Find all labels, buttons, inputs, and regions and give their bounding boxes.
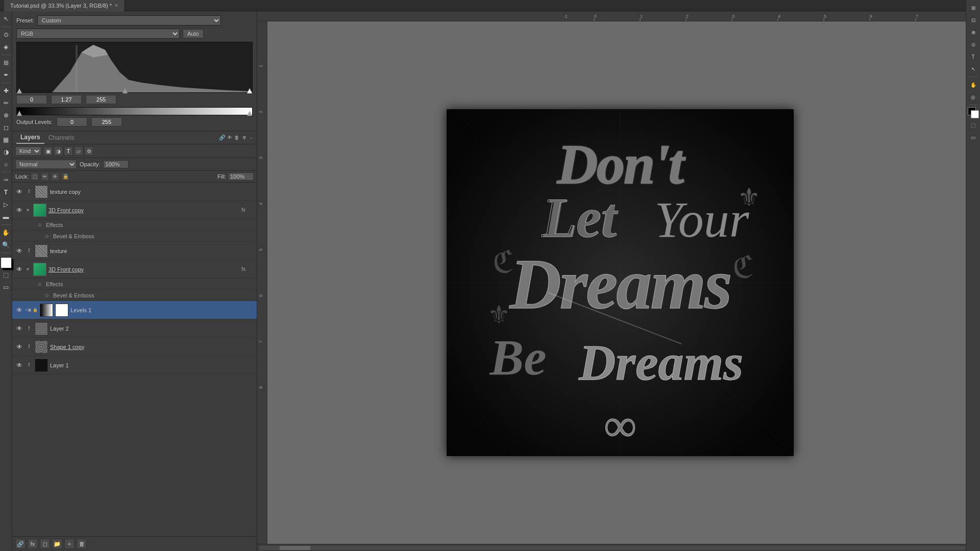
opacity-input[interactable] bbox=[103, 160, 129, 168]
output-white-value[interactable]: 255 bbox=[91, 117, 122, 127]
layer-item-texture-copy[interactable]: 👁 f texture copy bbox=[12, 183, 257, 201]
clone-tool[interactable]: ⊕ bbox=[1, 110, 12, 121]
tool-sep-5 bbox=[2, 224, 11, 225]
layers-panel-link-icon[interactable]: 🔗 bbox=[219, 135, 225, 140]
link-layers-btn[interactable]: 🔗 bbox=[15, 539, 26, 549]
right-tool-7[interactable]: ✋ bbox=[968, 79, 979, 90]
filter-adjust-icon[interactable]: ◑ bbox=[54, 146, 63, 156]
hscroll-thumb[interactable] bbox=[280, 546, 310, 550]
layer-item-shape1[interactable]: 👁 f Shape 1 copy bbox=[12, 338, 257, 356]
canvas-scroll[interactable]: Don't Don't Let Let Your Dreams Dreams bbox=[267, 21, 973, 544]
lock-move-icon[interactable]: ✛ bbox=[51, 172, 59, 181]
add-mask-btn[interactable]: ◻ bbox=[40, 539, 50, 549]
healing-tool[interactable]: ✚ bbox=[1, 85, 12, 96]
filter-shape-icon[interactable]: ▱ bbox=[74, 146, 83, 156]
filter-type-icon[interactable]: T bbox=[64, 146, 73, 156]
layer-name-3d-front-1: 3D Front copy bbox=[48, 207, 239, 213]
screen-mode-btn[interactable]: ▭ bbox=[1, 282, 12, 293]
right-tool-10[interactable]: ▭ bbox=[968, 132, 979, 143]
right-tool-9[interactable]: ⬚ bbox=[968, 119, 979, 131]
input-black-value[interactable]: 0 bbox=[16, 95, 47, 104]
gradient-tool[interactable]: ▦ bbox=[1, 134, 12, 145]
layer-visibility-3d-front-2[interactable]: 👁 bbox=[15, 265, 23, 273]
lasso-tool[interactable]: ⊙ bbox=[1, 29, 12, 40]
right-tool-4[interactable]: ⊙ bbox=[968, 39, 979, 50]
pen-tool[interactable]: ✑ bbox=[1, 174, 12, 186]
layer-expand-icon-2[interactable]: ▼ bbox=[26, 267, 30, 272]
lock-transparency-icon[interactable]: ⬚ bbox=[31, 172, 39, 181]
new-group-btn[interactable]: 📁 bbox=[52, 539, 62, 549]
ruler-left: 1 2 3 4 5 6 7 8 bbox=[257, 21, 267, 544]
right-tool-8[interactable]: ◎ bbox=[968, 91, 979, 103]
layers-panel-eye-icon[interactable]: 👁 bbox=[227, 135, 232, 140]
eyedropper-tool[interactable]: ✒ bbox=[1, 69, 12, 81]
lock-paint-icon[interactable]: ✏ bbox=[41, 172, 49, 181]
right-tool-6[interactable]: ↖ bbox=[968, 63, 979, 74]
layer-visibility-layer2[interactable]: 👁 bbox=[15, 324, 23, 333]
delete-layer-btn[interactable]: 🗑 bbox=[77, 539, 87, 549]
layer-name-texture-copy: texture copy bbox=[50, 189, 254, 195]
new-layer-btn[interactable]: + bbox=[64, 539, 75, 549]
input-mid-handle[interactable] bbox=[122, 88, 128, 93]
foreground-color-swatch[interactable] bbox=[1, 257, 12, 268]
input-mid-value[interactable]: 1.27 bbox=[51, 95, 82, 104]
type-tool[interactable]: T bbox=[1, 187, 12, 198]
layer-item-layer1[interactable]: 👁 f Layer 1 bbox=[12, 356, 257, 374]
path-selection-tool[interactable]: ▷ bbox=[1, 199, 12, 210]
dodge-tool[interactable]: ☼ bbox=[1, 159, 12, 170]
layer-visibility-shape1[interactable]: 👁 bbox=[15, 343, 23, 351]
document-tab[interactable]: Tutorial.psd @ 33.3% (Layer 3, RGB/8) * … bbox=[4, 0, 125, 11]
filter-pixel-icon[interactable]: ▣ bbox=[43, 146, 53, 156]
hand-tool[interactable]: ✋ bbox=[1, 227, 12, 238]
right-tool-5[interactable]: T bbox=[968, 51, 979, 62]
output-white-handle[interactable] bbox=[247, 111, 252, 116]
zoom-tool[interactable]: 🔍 bbox=[1, 239, 12, 251]
svg-text:Dreams: Dreams bbox=[578, 334, 743, 391]
layer-visibility-texture[interactable]: 👁 bbox=[15, 247, 23, 255]
output-black-value[interactable]: 0 bbox=[57, 117, 87, 127]
eraser-tool[interactable]: ◻ bbox=[1, 122, 12, 133]
right-tool-1[interactable]: ⊞ bbox=[968, 11, 979, 13]
right-bg-swatch[interactable] bbox=[971, 110, 979, 118]
tab-close-btn[interactable]: × bbox=[115, 3, 118, 8]
right-tool-3[interactable]: ⊗ bbox=[968, 27, 979, 38]
tab-layers[interactable]: Layers bbox=[16, 131, 44, 144]
panel-menu-btn[interactable]: ▼ bbox=[241, 134, 248, 141]
layer-expand-icon-1[interactable]: ▼ bbox=[26, 208, 30, 213]
brush-tool[interactable]: ✏ bbox=[1, 97, 12, 109]
output-black-handle[interactable] bbox=[17, 111, 22, 116]
auto-button[interactable]: Auto bbox=[183, 29, 204, 38]
layer-item-texture[interactable]: 👁 f texture bbox=[12, 242, 257, 260]
layer-item-3d-front-copy-2[interactable]: 👁 ▼ 3D Front copy fx bbox=[12, 260, 257, 279]
preset-select[interactable]: Custom bbox=[37, 15, 221, 26]
layer-visibility-texture-copy[interactable]: 👁 bbox=[15, 188, 23, 196]
panel-collapse-btn[interactable]: − bbox=[250, 135, 253, 141]
input-black-handle[interactable] bbox=[17, 88, 22, 93]
filter-smart-icon[interactable]: ⚙ bbox=[84, 146, 93, 156]
add-layer-style-btn[interactable]: fx bbox=[28, 539, 38, 549]
layer-visibility-levels[interactable]: 👁 bbox=[15, 306, 23, 314]
shape-tool[interactable]: ▬ bbox=[1, 211, 12, 222]
tab-channels[interactable]: Channels bbox=[44, 131, 79, 144]
layer-visibility-layer1[interactable]: 👁 bbox=[15, 361, 23, 369]
fill-input[interactable] bbox=[228, 172, 254, 181]
blur-tool[interactable]: ◑ bbox=[1, 146, 12, 158]
kind-select[interactable]: Kind bbox=[15, 146, 41, 156]
blend-mode-select[interactable]: Normal bbox=[15, 160, 77, 169]
right-sep-1 bbox=[969, 77, 978, 77]
input-white-value[interactable]: 255 bbox=[86, 95, 116, 104]
right-tool-2[interactable]: ⊡ bbox=[968, 14, 979, 26]
move-tool[interactable]: ↖ bbox=[1, 13, 12, 24]
layer-visibility-3d-front-1[interactable]: 👁 bbox=[15, 206, 23, 214]
layers-panel-delete-icon[interactable]: 🗑 bbox=[234, 135, 239, 140]
layer-item-levels-1[interactable]: 👁 f ▣ 🔒 Levels 1 bbox=[12, 301, 257, 319]
layer-item-3d-front-copy-1[interactable]: 👁 ▼ 3D Front copy fx bbox=[12, 201, 257, 219]
crop-tool[interactable]: ⊞ bbox=[1, 57, 12, 68]
lock-all-icon[interactable]: 🔒 bbox=[61, 172, 69, 181]
quick-mask-btn[interactable]: ⬚ bbox=[1, 269, 12, 281]
magic-wand-tool[interactable]: ◈ bbox=[1, 41, 12, 53]
lock-fill-row: Lock: ⬚ ✏ ✛ 🔒 Fill: bbox=[12, 171, 257, 183]
input-white-handle[interactable] bbox=[247, 88, 252, 93]
channel-select[interactable]: RGB bbox=[16, 29, 180, 39]
layer-item-layer2[interactable]: 👁 f Layer 2 bbox=[12, 319, 257, 338]
